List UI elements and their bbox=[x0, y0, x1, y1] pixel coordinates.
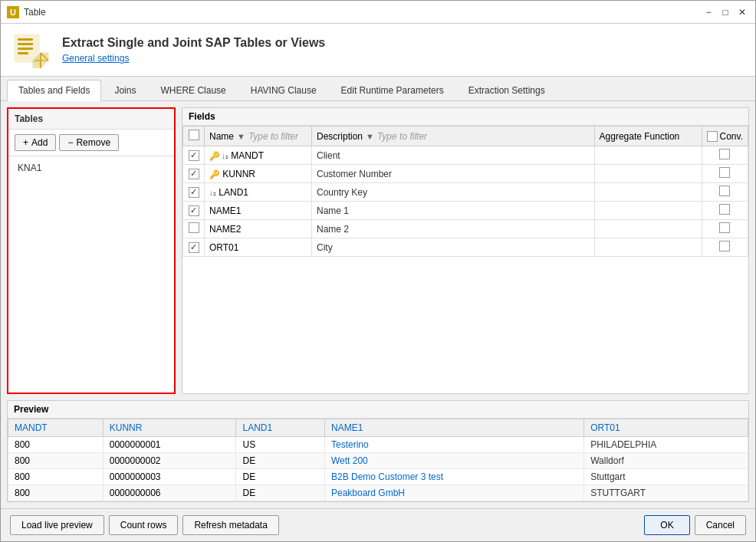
maximize-button[interactable]: □ bbox=[718, 5, 732, 19]
window-title: Table bbox=[24, 7, 702, 18]
sort-icon-field: ↓₂ bbox=[209, 189, 216, 197]
field-aggregate[interactable] bbox=[594, 183, 702, 202]
tables-toolbar: + Add − Remove bbox=[8, 130, 174, 156]
table-row: ↓₂ LAND1Country Key bbox=[183, 183, 748, 202]
table-list: KNA1 bbox=[8, 156, 174, 393]
field-description: Country Key bbox=[312, 183, 595, 202]
convert-col-header: Conv. bbox=[702, 126, 748, 146]
refresh-metadata-button[interactable]: Refresh metadata bbox=[182, 515, 278, 535]
plus-icon: + bbox=[23, 137, 28, 148]
list-item[interactable]: KNA1 bbox=[12, 159, 171, 176]
close-button[interactable]: ✕ bbox=[735, 5, 749, 19]
count-rows-button[interactable]: Count rows bbox=[109, 515, 179, 535]
main-content: Tables + Add − Remove KNA1 Fields bbox=[1, 101, 755, 400]
tab-edit-runtime-parameters[interactable]: Edit Runtime Parameters bbox=[330, 80, 455, 100]
convert-checkbox[interactable] bbox=[719, 186, 730, 196]
add-table-button[interactable]: + Add bbox=[15, 134, 56, 151]
convert-checkbox[interactable] bbox=[719, 241, 730, 251]
fields-panel-header: Fields bbox=[182, 108, 748, 126]
app-icon: U bbox=[7, 6, 19, 18]
aggregate-col-header: Aggregate Function bbox=[594, 126, 702, 146]
key-icon-field: 🔑 bbox=[209, 169, 220, 179]
field-name: NAME2 bbox=[209, 224, 241, 235]
preview-cell: 800 bbox=[8, 469, 104, 485]
cancel-button[interactable]: Cancel bbox=[695, 515, 746, 535]
preview-cell: Wett 200 bbox=[324, 453, 583, 469]
minimize-button[interactable]: − bbox=[702, 5, 715, 19]
preview-header: Preview bbox=[8, 401, 748, 419]
table-row: NAME1Name 1 bbox=[183, 202, 748, 220]
field-aggregate[interactable] bbox=[594, 165, 702, 183]
table-row: 🔑↓₂ MANDTClient bbox=[183, 146, 748, 165]
ok-button[interactable]: OK bbox=[644, 515, 689, 535]
field-name: NAME1 bbox=[209, 205, 241, 216]
load-live-preview-button[interactable]: Load live preview bbox=[10, 515, 104, 535]
preview-cell: Walldorf bbox=[584, 453, 748, 469]
svg-rect-4 bbox=[18, 52, 28, 54]
field-checkbox[interactable] bbox=[189, 205, 199, 216]
filter-name-placeholder: Type to filter bbox=[248, 131, 298, 142]
svg-rect-1 bbox=[18, 38, 33, 41]
field-description: Client bbox=[312, 146, 595, 165]
remove-table-button[interactable]: − Remove bbox=[59, 134, 119, 151]
field-aggregate[interactable] bbox=[594, 202, 702, 220]
select-all-checkbox[interactable] bbox=[189, 130, 199, 140]
field-name: KUNNR bbox=[222, 169, 255, 179]
convert-checkbox[interactable] bbox=[719, 167, 730, 178]
field-description: Name 1 bbox=[312, 202, 595, 220]
title-bar: U Table − □ ✕ bbox=[1, 1, 755, 24]
preview-table-wrap[interactable]: MANDTKUNNRLAND1NAME1ORT01 8000000000001U… bbox=[8, 419, 748, 501]
tab-where-clause[interactable]: WHERE Clause bbox=[149, 80, 237, 100]
table-row: ORT01City bbox=[183, 238, 748, 257]
field-aggregate[interactable] bbox=[594, 146, 702, 165]
name-col-header: Name ▼ Type to filter bbox=[205, 126, 312, 146]
table-row: 8000000000006DEPeakboard GmbHSTUTTGART bbox=[8, 485, 748, 501]
svg-rect-3 bbox=[18, 48, 33, 50]
window-controls: − □ ✕ bbox=[702, 5, 749, 19]
tab-extraction-settings[interactable]: Extraction Settings bbox=[457, 80, 557, 100]
svg-rect-2 bbox=[18, 43, 33, 45]
filter-desc-placeholder: Type to filter bbox=[377, 131, 427, 142]
preview-cell: 800 bbox=[8, 485, 104, 501]
convert-all-checkbox[interactable] bbox=[707, 131, 718, 142]
convert-checkbox[interactable] bbox=[719, 204, 730, 215]
field-checkbox[interactable] bbox=[189, 187, 199, 198]
field-checkbox[interactable] bbox=[189, 242, 199, 253]
preview-cell: 0000000003 bbox=[103, 469, 236, 485]
table-row: 8000000000003DEB2B Demo Customer 3 testS… bbox=[8, 469, 748, 485]
preview-cell: STUTTGART bbox=[584, 485, 748, 501]
preview-section: Preview MANDTKUNNRLAND1NAME1ORT01 800000… bbox=[7, 400, 749, 502]
header-icon: → bbox=[13, 31, 50, 68]
tabs-bar: Tables and Fields Joins WHERE Clause HAV… bbox=[1, 77, 755, 101]
preview-table: MANDTKUNNRLAND1NAME1ORT01 8000000000001U… bbox=[8, 419, 748, 501]
preview-cell: DE bbox=[236, 469, 325, 485]
tab-tables-and-fields[interactable]: Tables and Fields bbox=[7, 80, 101, 101]
preview-col-header: NAME1 bbox=[324, 419, 583, 437]
tab-joins[interactable]: Joins bbox=[103, 80, 147, 100]
preview-cell: PHILADELPHIA bbox=[584, 437, 748, 453]
field-aggregate[interactable] bbox=[594, 238, 702, 257]
header-section: → Extract Single and Joint SAP Tables or… bbox=[1, 24, 755, 77]
general-settings-link[interactable]: General settings bbox=[62, 53, 325, 64]
field-checkbox[interactable] bbox=[189, 222, 199, 233]
table-row: NAME2Name 2 bbox=[183, 220, 748, 238]
field-checkbox[interactable] bbox=[189, 169, 199, 179]
preview-cell: Stuttgart bbox=[584, 469, 748, 485]
fields-table-wrap[interactable]: Name ▼ Type to filter Description ▼ Type… bbox=[182, 126, 748, 393]
tables-panel: Tables + Add − Remove KNA1 bbox=[7, 107, 176, 394]
preview-cell: DE bbox=[236, 453, 325, 469]
filter-icon-name: ▼ bbox=[237, 132, 245, 141]
field-checkbox[interactable] bbox=[189, 150, 199, 161]
preview-cell: 800 bbox=[8, 453, 104, 469]
select-all-col bbox=[183, 126, 205, 146]
convert-checkbox[interactable] bbox=[719, 149, 730, 159]
field-aggregate[interactable] bbox=[594, 220, 702, 238]
preview-cell: 0000000002 bbox=[103, 453, 236, 469]
preview-cell: US bbox=[236, 437, 325, 453]
preview-cell: B2B Demo Customer 3 test bbox=[324, 469, 583, 485]
tab-having-clause[interactable]: HAVING Clause bbox=[239, 80, 328, 100]
preview-cell: 0000000001 bbox=[103, 437, 236, 453]
filter-icon-desc: ▼ bbox=[366, 132, 374, 141]
fields-panel: Fields Name ▼ Type to filte bbox=[182, 107, 749, 394]
convert-checkbox[interactable] bbox=[719, 222, 730, 233]
